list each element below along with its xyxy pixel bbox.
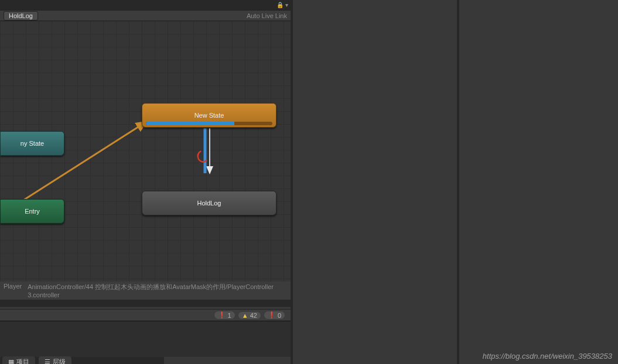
auto-live-link-toggle[interactable]: Auto Live Link	[247, 12, 287, 19]
watermark: https://blog.csdn.net/weixin_39538253	[483, 352, 612, 360]
node-label: ny State	[21, 140, 44, 147]
node-any-state[interactable]: ny State	[0, 131, 64, 156]
node-label: Entry	[25, 208, 40, 215]
folder-icon: ▦	[8, 358, 14, 364]
node-new-state[interactable]: New State	[142, 103, 276, 128]
status-left: Player	[4, 283, 22, 298]
node-progress	[146, 122, 272, 125]
animator-graph[interactable]: ny State Entry New State HoldLog	[0, 21, 291, 281]
layer-pill[interactable]: HoldLog	[4, 11, 38, 20]
node-entry[interactable]: Entry	[0, 199, 64, 224]
node-label: New State	[194, 112, 224, 119]
node-hold-log[interactable]: HoldLog	[142, 191, 276, 215]
node-label: HoldLog	[197, 200, 221, 207]
status-path: AnimationController/44 控制扛起木头动画的播放和Avata…	[28, 283, 287, 298]
tab-project[interactable]: ▦ 项目	[2, 356, 35, 364]
console-counts[interactable]: ❗1 ▲42 ❗0	[0, 309, 291, 321]
tab-hierarchy[interactable]: ☰ 层级	[39, 356, 71, 364]
lock-icon[interactable]: 🔒 ▾	[276, 2, 288, 8]
hierarchy-icon: ☰	[45, 358, 50, 364]
